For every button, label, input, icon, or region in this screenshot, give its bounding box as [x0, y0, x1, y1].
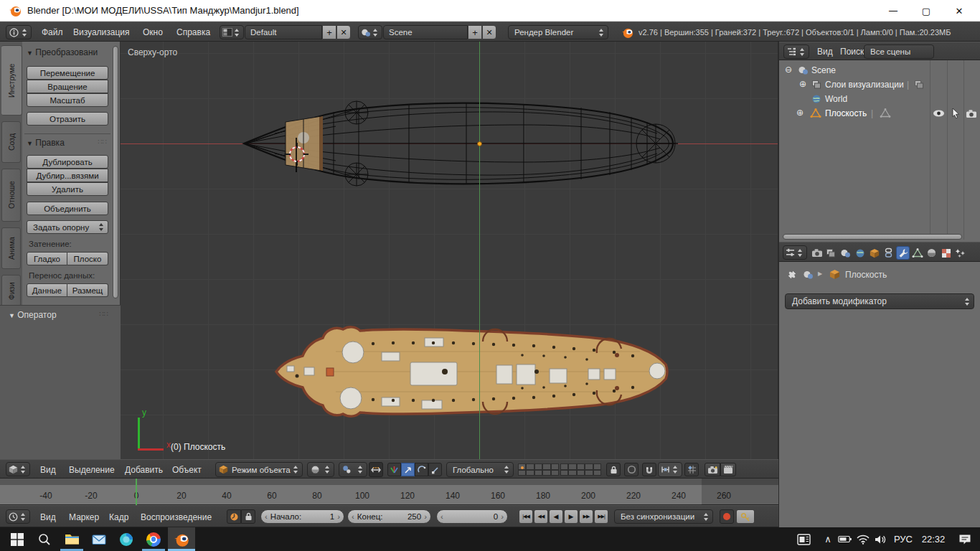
timeline-ruler[interactable]: -40 -20 0 20 40 60 80 100 120 140 160 18… — [0, 479, 778, 505]
tab-texture[interactable] — [939, 246, 953, 260]
timeline-menu-frame[interactable]: Кадр — [109, 512, 128, 522]
play-button[interactable]: ▶ — [564, 509, 578, 524]
jump-prev-keyframe-button[interactable]: ◀◀ — [534, 509, 548, 524]
transform-panel-header[interactable]: ▼ Преобразовани — [27, 47, 98, 57]
outliner-h-scrollbar[interactable] — [783, 234, 962, 240]
scene-item-label[interactable]: Scene — [811, 65, 836, 75]
rotate-button[interactable]: Вращение — [27, 80, 108, 93]
lock-time-toggle[interactable] — [241, 509, 255, 524]
layer-cell[interactable] — [585, 463, 593, 470]
transfer-layout-button[interactable]: Размещ — [67, 283, 108, 297]
outliner-row-mesh[interactable]: ⊕ Плоскость | — [779, 106, 980, 121]
info-editor-selector[interactable] — [6, 25, 32, 39]
tab-modifiers[interactable] — [896, 246, 910, 260]
layer-cell[interactable] — [560, 470, 568, 476]
tray-widgets-icon[interactable] — [792, 527, 815, 551]
jump-next-keyframe-button[interactable]: ▶▶ — [579, 509, 593, 524]
start-button[interactable] — [4, 527, 30, 551]
keying-set-button[interactable] — [736, 509, 755, 524]
outliner-editor-selector[interactable] — [783, 44, 809, 59]
breadcrumb-object-icon[interactable] — [829, 269, 840, 280]
add-layout-button[interactable]: + — [322, 25, 336, 39]
taskbar-search-button[interactable] — [32, 527, 57, 551]
layers-widget-2[interactable] — [560, 463, 601, 476]
maximize-button[interactable]: ▢ — [910, 0, 943, 22]
taskbar-mail-button[interactable] — [86, 527, 112, 551]
scene-name[interactable]: Scene — [383, 25, 468, 39]
tab-world[interactable] — [853, 246, 867, 260]
mesh-item-label[interactable]: Плоскость — [825, 108, 867, 118]
pin-icon[interactable] — [786, 269, 798, 281]
layer-cell[interactable] — [593, 463, 601, 470]
render-engine-selector[interactable]: Рендер Blender — [508, 25, 608, 39]
tray-volume-icon[interactable] — [870, 527, 890, 551]
tab-tools[interactable]: Инструме — [1, 45, 22, 116]
layer-cell[interactable] — [568, 470, 576, 476]
tray-language-label[interactable]: РУС — [890, 527, 916, 551]
join-button[interactable]: Объединить — [27, 202, 108, 215]
menu-help[interactable]: Справка — [176, 27, 210, 37]
current-frame-field[interactable]: ‹ 0 › — [436, 509, 508, 524]
layer-cell[interactable] — [577, 470, 585, 476]
shade-smooth-button[interactable]: Гладко — [27, 252, 67, 265]
manipulate-center-toggle[interactable] — [369, 462, 383, 477]
delete-layout-button[interactable]: ✕ — [336, 25, 351, 39]
set-origin-dropdown[interactable]: Задать опорну — [27, 220, 108, 234]
mirror-button[interactable]: Отразить — [27, 112, 108, 126]
jump-to-start-button[interactable]: |◀◀ — [519, 509, 533, 524]
layers-widget[interactable] — [518, 463, 559, 476]
layer-cell[interactable] — [560, 463, 568, 470]
layer-cell[interactable] — [534, 463, 542, 470]
operator-panel-header[interactable]: ▼ Оператор — [9, 310, 57, 320]
sync-mode-dropdown[interactable]: Без синхронизации — [614, 509, 713, 524]
screen-layout-name[interactable]: Default — [245, 25, 322, 39]
snap-magnet-toggle[interactable] — [642, 463, 656, 476]
shade-flat-button[interactable]: Плоско — [67, 252, 108, 265]
layer-cell[interactable] — [542, 463, 550, 470]
proportional-edit-toggle[interactable] — [624, 463, 639, 476]
screen-layout-selector[interactable] — [220, 25, 244, 39]
outliner-row-render-layers[interactable]: ⊕ Слои визуализации | — [779, 77, 980, 92]
restrict-render-camera-icon[interactable] — [965, 108, 978, 119]
layer-cell[interactable] — [577, 463, 585, 470]
jump-to-end-button[interactable]: ▶▶| — [594, 509, 608, 524]
timeline-menu-view[interactable]: Вид — [40, 512, 56, 522]
taskbar-explorer-button[interactable] — [59, 527, 85, 551]
field-left-arrow[interactable]: ‹ — [440, 512, 443, 521]
tab-object-data[interactable] — [910, 246, 924, 260]
translate-button[interactable]: Перемещение — [27, 66, 108, 80]
layer-cell[interactable] — [568, 463, 576, 470]
tool-shelf-scrollbar[interactable] — [113, 46, 118, 298]
duplicate-linked-button[interactable]: Дублир...вязями — [27, 169, 108, 182]
manipulator-translate-toggle[interactable] — [401, 463, 415, 476]
shading-dropdown[interactable] — [307, 462, 334, 477]
layer-cell[interactable] — [534, 470, 542, 476]
add-scene-button[interactable]: + — [468, 25, 482, 39]
tab-object[interactable] — [867, 246, 881, 260]
panel-grip-icon[interactable]: ∷∷ — [98, 138, 107, 146]
view3d-menu-object[interactable]: Объект — [172, 465, 202, 475]
collapse-icon[interactable]: ⊖ — [785, 65, 792, 75]
play-reverse-button[interactable]: ◀ — [549, 509, 563, 524]
manipulator-axis-toggle[interactable] — [387, 463, 401, 476]
add-modifier-dropdown[interactable]: Добавить модификатор — [785, 293, 974, 309]
scale-button[interactable]: Масштаб — [27, 93, 108, 107]
menu-file[interactable]: Файл — [42, 27, 63, 37]
view3d-editor-selector[interactable] — [6, 462, 30, 476]
field-left-arrow[interactable]: ‹ — [265, 512, 268, 521]
tab-create[interactable]: Созд — [1, 121, 21, 163]
start-frame-field[interactable]: ‹ Начало: 1 › — [260, 509, 344, 524]
outliner-menu-search[interactable]: Поиск — [840, 47, 864, 57]
properties-editor-selector[interactable] — [783, 245, 807, 260]
opengl-render-anim-button[interactable] — [720, 463, 736, 476]
restrict-view-eye-icon[interactable] — [932, 108, 945, 119]
tab-scene[interactable] — [839, 246, 852, 260]
lock-to-scene-toggle[interactable] — [606, 463, 621, 476]
layer-cell[interactable] — [551, 470, 559, 476]
layer-cell[interactable] — [585, 470, 593, 476]
end-frame-field[interactable]: ‹ Конец: 250 › — [347, 509, 431, 524]
tab-physics[interactable]: Физи — [1, 275, 21, 308]
view3d-menu-add[interactable]: Добавить — [125, 465, 163, 475]
restrict-select-cursor-icon[interactable] — [950, 107, 961, 120]
scene-selector[interactable] — [358, 25, 382, 39]
